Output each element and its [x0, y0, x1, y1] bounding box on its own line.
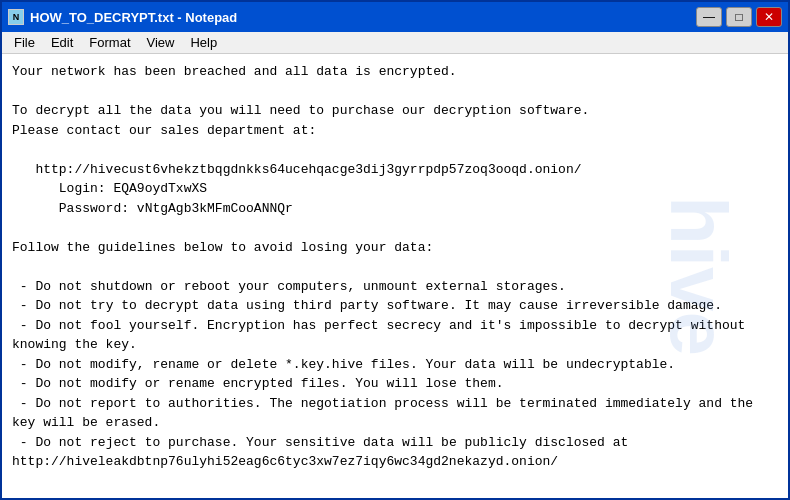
- menu-view[interactable]: View: [139, 33, 183, 52]
- menu-help[interactable]: Help: [182, 33, 225, 52]
- minimize-button[interactable]: —: [696, 7, 722, 27]
- title-bar-buttons: — □ ✕: [696, 7, 782, 27]
- title-bar-left: N HOW_TO_DECRYPT.txt - Notepad: [8, 9, 237, 25]
- window-title: HOW_TO_DECRYPT.txt - Notepad: [30, 10, 237, 25]
- menu-file[interactable]: File: [6, 33, 43, 52]
- document-content: Your network has been breached and all d…: [12, 62, 778, 472]
- notepad-window: N HOW_TO_DECRYPT.txt - Notepad — □ ✕ Fil…: [0, 0, 790, 500]
- menu-edit[interactable]: Edit: [43, 33, 81, 52]
- text-editor[interactable]: hive Your network has been breached and …: [2, 54, 788, 498]
- menu-bar: File Edit Format View Help: [2, 32, 788, 54]
- title-bar: N HOW_TO_DECRYPT.txt - Notepad — □ ✕: [2, 2, 788, 32]
- app-icon: N: [8, 9, 24, 25]
- menu-format[interactable]: Format: [81, 33, 138, 52]
- close-button[interactable]: ✕: [756, 7, 782, 27]
- maximize-button[interactable]: □: [726, 7, 752, 27]
